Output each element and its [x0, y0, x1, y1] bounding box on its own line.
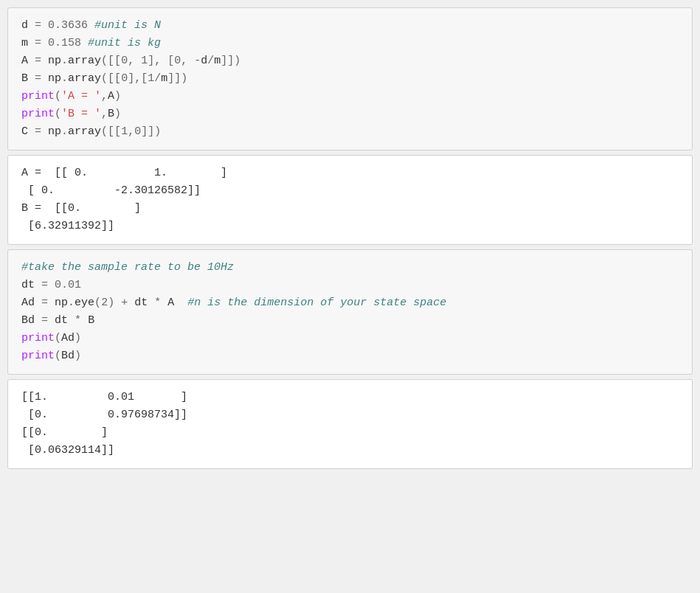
code-line: #take the sample rate to be 10Hz: [21, 259, 679, 277]
output-line: [[0. ]: [21, 424, 679, 442]
code-line: dt = 0.01: [21, 277, 679, 294]
code-line: Ad = np.eye(2) + dt * A #n is the dimens…: [21, 294, 679, 312]
output-line: [ 0. -2.30126582]]: [21, 182, 679, 200]
code-line: Bd = dt * B: [21, 312, 679, 330]
code-cell-2[interactable]: #take the sample rate to be 10Hz dt = 0.…: [7, 249, 693, 375]
output-line: [0.06329114]]: [21, 442, 679, 460]
code-line: print('B = ',B): [21, 105, 679, 123]
output-cell-1: A = [[ 0. 1. ] [ 0. -2.30126582]] B = [[…: [7, 155, 693, 245]
output-cell-2: [[1. 0.01 ] [0. 0.97698734]] [[0. ] [0.0…: [7, 379, 693, 469]
code-line: print(Ad): [21, 330, 679, 347]
code-line: m = 0.158 #unit is kg: [21, 35, 679, 52]
code-line: A = np.array([[0, 1], [0, -d/m]]): [21, 52, 679, 70]
output-line: B = [[0. ]: [21, 200, 679, 218]
code-cell-1[interactable]: d = 0.3636 #unit is N m = 0.158 #unit is…: [7, 7, 693, 150]
output-line: [[1. 0.01 ]: [21, 389, 679, 406]
output-line: A = [[ 0. 1. ]: [21, 164, 679, 182]
output-line: [0. 0.97698734]]: [21, 406, 679, 424]
notebook-container: d = 0.3636 #unit is N m = 0.158 #unit is…: [7, 7, 693, 469]
output-line: [6.32911392]]: [21, 218, 679, 235]
code-line: B = np.array([[0],[1/m]]): [21, 70, 679, 88]
code-line: d = 0.3636 #unit is N: [21, 17, 679, 35]
code-line: C = np.array([[1,0]]): [21, 123, 679, 141]
code-line: print('A = ',A): [21, 88, 679, 105]
code-line: print(Bd): [21, 347, 679, 365]
